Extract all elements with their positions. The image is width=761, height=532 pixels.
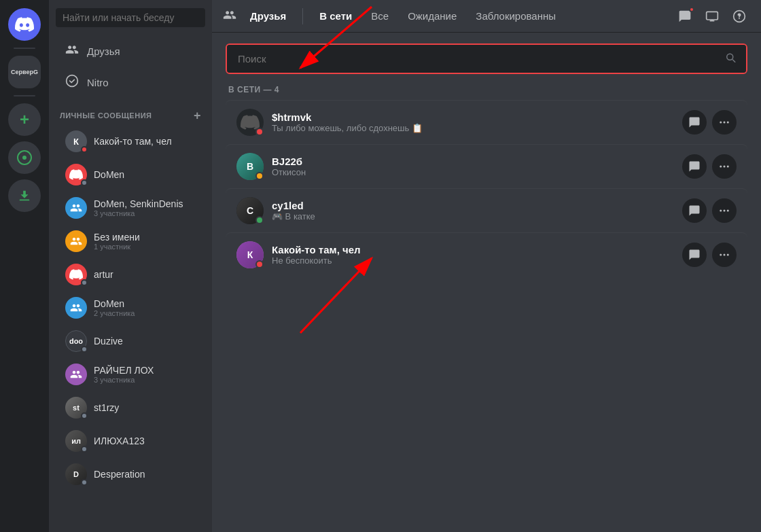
status-dot-dnd xyxy=(255,260,264,268)
more-button[interactable] xyxy=(712,110,737,135)
discord-home-icon[interactable] xyxy=(8,8,41,41)
explore-icon[interactable] xyxy=(8,141,41,174)
dm-avatar-st1rzy: st xyxy=(65,397,87,419)
svg-point-8 xyxy=(727,122,729,124)
dm-sub: 2 участника xyxy=(94,309,196,317)
svg-point-1 xyxy=(22,156,26,160)
search-box xyxy=(226,43,747,74)
status-dot-idle xyxy=(255,172,264,180)
dm-info-st1rzy: st1rzy xyxy=(94,402,196,413)
dm-info-kakoi-to: Какой-то там, чел xyxy=(94,136,196,147)
status-dot xyxy=(81,179,88,186)
dm-sidebar: Друзья Nitro ЛИЧНЫЕ СООБЩЕНИЯ + К Какой-… xyxy=(49,0,212,532)
dm-item-duzive[interactable]: doo Duzive xyxy=(54,325,207,357)
more-button[interactable] xyxy=(712,154,737,179)
dm-name: ИЛЮХА123 xyxy=(94,436,196,446)
status-dot xyxy=(81,412,88,419)
dm-section-header: ЛИЧНЫЕ СООБЩЕНИЯ + xyxy=(49,99,212,124)
dm-item-domen2[interactable]: DoMen 2 участника xyxy=(54,291,207,324)
dm-name: Без имени xyxy=(94,232,196,243)
dm-info-raychel: РАЙЧЕЛ ЛОХ 3 участника xyxy=(94,365,196,384)
status-dot xyxy=(81,446,88,453)
dm-item-bez-imeni[interactable]: Без имени 1 участник xyxy=(54,225,207,258)
dm-item-artur[interactable]: artur xyxy=(54,258,207,291)
dm-item-raychel[interactable]: РАЙЧЕЛ ЛОХ 3 участника xyxy=(54,358,207,391)
friend-item-cy1led[interactable]: C cy1led 🎮 В катке xyxy=(226,188,747,232)
server-g-icon[interactable]: СерверG xyxy=(8,56,41,88)
friend-item-shtrmvk[interactable]: $htrmvk Ты либо можешь, либо сдохнешь 📋 xyxy=(226,100,747,144)
friend-status: Откисон xyxy=(272,167,674,177)
dm-name: Какой-то там, чел xyxy=(94,136,196,147)
sidebar-item-nitro[interactable]: Nitro xyxy=(54,67,207,98)
dm-avatar-kakoi-to: К xyxy=(65,130,87,152)
dm-item-desperation[interactable]: D Desperation xyxy=(54,458,207,491)
friend-avatar-cy1led: C xyxy=(236,197,264,224)
dm-avatar-raychel xyxy=(65,363,87,385)
screen-share-button[interactable] xyxy=(701,5,723,27)
message-button[interactable] xyxy=(682,198,707,223)
svg-point-6 xyxy=(720,122,722,124)
tab-online[interactable]: В сети xyxy=(311,6,360,26)
friend-actions-bj22b xyxy=(682,154,737,179)
friend-avatar-bj22b: B xyxy=(236,153,264,180)
add-server-label: + xyxy=(20,110,29,129)
friend-item-bj22b[interactable]: B BJ22б Откисон xyxy=(226,144,747,188)
message-button[interactable] xyxy=(682,110,707,135)
dm-item-st1rzy[interactable]: st st1rzy xyxy=(54,391,207,424)
dm-item-kakoi-to[interactable]: К Какой-то там, чел xyxy=(54,125,207,158)
top-nav: Друзья В сети Все Ожидание Заблокированн… xyxy=(212,0,761,33)
status-dot-online xyxy=(255,216,264,224)
dm-avatar-duzive: doo xyxy=(65,330,87,352)
dm-item-domen-senkin[interactable]: DoMen, SenkinDenis 3 участника xyxy=(54,192,207,224)
dm-info-artur: artur xyxy=(94,269,196,280)
friend-status: 🎮 В катке xyxy=(272,211,674,221)
message-button[interactable] xyxy=(682,154,707,179)
add-server-icon[interactable]: + xyxy=(8,103,41,136)
dm-name: DoMen xyxy=(94,298,196,309)
svg-point-14 xyxy=(727,210,729,212)
dm-info-desperation: Desperation xyxy=(94,469,196,480)
friend-info-kakoi-to-friend: Какой-то там, чел Не беспокоить xyxy=(272,244,674,266)
help-button[interactable] xyxy=(728,5,750,27)
main-content: Друзья В сети Все Ожидание Заблокированн… xyxy=(212,0,761,532)
online-header: В СЕТИ — 4 xyxy=(226,85,747,94)
svg-point-11 xyxy=(727,166,729,168)
dm-name: DoMen xyxy=(94,169,196,180)
dm-info-ilyuha: ИЛЮХА123 xyxy=(94,436,196,446)
dm-avatar-domen-senkin xyxy=(65,197,87,219)
dm-search-input[interactable] xyxy=(56,8,205,27)
svg-point-16 xyxy=(724,254,726,256)
dm-name: st1rzy xyxy=(94,402,196,413)
new-message-button[interactable] xyxy=(674,5,696,27)
dm-avatar-ilyuha: ил xyxy=(65,430,87,452)
dm-search-container xyxy=(49,0,212,35)
sidebar-item-friends[interactable]: Друзья xyxy=(54,36,207,67)
friend-avatar-kakoi-to-friend: К xyxy=(236,241,264,268)
add-dm-button[interactable]: + xyxy=(194,109,201,122)
dm-item-domen1[interactable]: DoMen xyxy=(54,158,207,191)
tab-friends-label[interactable]: Друзья xyxy=(242,6,294,26)
server-bar: СерверG + xyxy=(0,0,49,532)
dm-sub: 3 участника xyxy=(94,209,196,217)
more-button[interactable] xyxy=(712,243,737,267)
tab-all[interactable]: Все xyxy=(363,6,397,26)
nitro-icon xyxy=(65,74,79,91)
dm-avatar-desperation: D xyxy=(65,463,87,485)
message-button[interactable] xyxy=(682,243,707,267)
friends-icon xyxy=(65,43,79,60)
friend-item-kakoi-to-friend[interactable]: К Какой-то там, чел Не беспокоить xyxy=(226,232,747,277)
friend-name: $htrmvk xyxy=(272,111,674,123)
server-divider-2 xyxy=(14,95,35,96)
download-icon[interactable] xyxy=(8,179,41,212)
friends-search-input[interactable] xyxy=(227,45,746,73)
dm-item-ilyuha[interactable]: ил ИЛЮХА123 xyxy=(54,425,207,457)
dm-name: DoMen, SenkinDenis xyxy=(94,198,196,209)
dm-info-domen-senkin: DoMen, SenkinDenis 3 участника xyxy=(94,198,196,217)
dm-name: Duzive xyxy=(94,336,196,347)
dm-sub: 1 участник xyxy=(94,243,196,251)
friend-actions-kakoi-to xyxy=(682,243,737,267)
tab-waiting[interactable]: Ожидание xyxy=(400,6,465,26)
dm-name: artur xyxy=(94,269,196,280)
more-button[interactable] xyxy=(712,198,737,223)
tab-blocked[interactable]: Заблокированны xyxy=(467,6,564,26)
